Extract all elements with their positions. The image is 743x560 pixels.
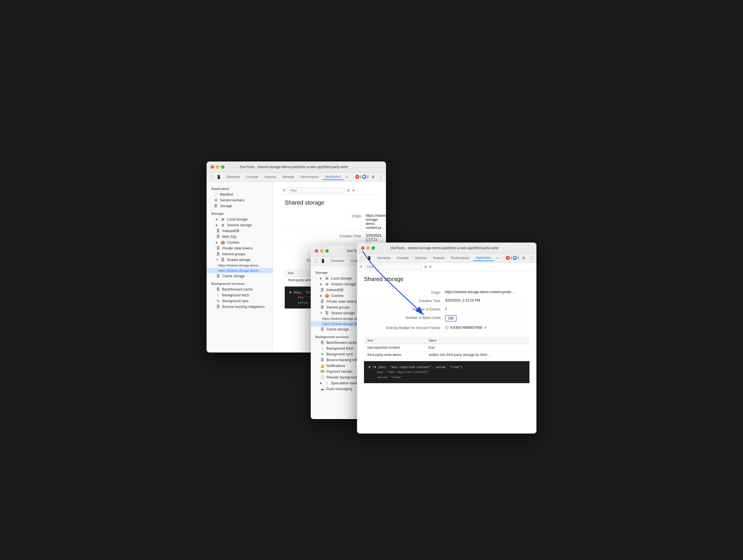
tab-application-back[interactable]: Application <box>322 174 344 180</box>
sidebar-bf-cache-back[interactable]: 🗄 Back/forward cache <box>207 287 273 292</box>
sidebar-indexed-db-back[interactable]: 🗄 IndexedDB <box>207 228 273 234</box>
tab-elements-back[interactable]: Elements <box>224 174 243 180</box>
bf-cache-label-mid: Back/forward cache <box>326 341 357 345</box>
tab-network-front[interactable]: Network <box>430 255 448 261</box>
tab-elements-front[interactable]: Elements <box>375 255 393 261</box>
sidebar-bounce-back[interactable]: 🗄 Bounce tracking mitigations <box>207 304 273 310</box>
tab-sources-front[interactable]: Sources <box>412 255 429 261</box>
more-options-icon-front[interactable]: ⋮ <box>528 255 534 261</box>
entropy-refresh-front[interactable]: ↺ <box>484 326 487 330</box>
sidebar-bg-sync-back[interactable]: ↻ Background sync <box>207 298 273 304</box>
sidebar-private-state-back[interactable]: 🗄 Private state tokens <box>207 246 273 251</box>
sidebar-cache-storage-back[interactable]: 🗄 Cache storage <box>207 273 273 279</box>
filter-bar-front: ↺ ⊘ ✕ <box>357 263 536 271</box>
web-sql-icon: 🗄 <box>216 235 220 239</box>
more-tabs-front[interactable]: » <box>495 255 500 261</box>
toolbar-front: ⬚ 📱 Elements Console Sources Network Per… <box>357 254 536 263</box>
bytes-label-front: Number of Bytes Used <box>364 315 445 320</box>
tab-performance-back[interactable]: Performance <box>298 174 322 180</box>
error-count-front: ✕ <box>506 256 510 260</box>
device-icon[interactable]: 📱 <box>216 174 222 180</box>
origin-value-back: https://shared-storage-demo-content-pr… <box>366 214 386 230</box>
json-value-line-front: value: "true" <box>368 375 525 380</box>
bytes-value-container: 196 <box>445 315 456 321</box>
entropy-value-front: ⓘ 8.830074998557688 ↺ <box>445 325 487 330</box>
refresh-btn-front[interactable]: ↺ <box>359 264 362 269</box>
table-row-front-1[interactable]: has-reported-content true <box>364 344 529 351</box>
sidebar-interest-back[interactable]: 🗄 Interest groups <box>207 251 273 257</box>
expand-arrow-session: ▶ <box>216 223 219 227</box>
settings-icon-front[interactable]: ⚙ <box>521 255 527 261</box>
inspect-icon[interactable]: ⬚ <box>209 174 215 180</box>
payment-label-mid: Payment handler <box>326 370 353 374</box>
filter-clear-front[interactable]: ⊘ <box>424 264 427 269</box>
main-content-front: ↺ ⊘ ✕ Shared storage Origin https://shar… <box>357 263 536 434</box>
origin-row-back: Origin https://shared-storage-demo-conte… <box>285 212 375 232</box>
sidebar-bg-fetch-back[interactable]: ↕ Background fetch <box>207 292 273 298</box>
filter-input-back[interactable] <box>287 187 345 193</box>
device-icon-mid[interactable]: 📱 <box>320 258 326 264</box>
sidebar-web-sql-back[interactable]: 🗄 Web SQL <box>207 234 273 240</box>
tab-network-back[interactable]: Network <box>280 174 297 180</box>
push-label-mid: Push messaging <box>326 387 352 391</box>
tab-elements-mid[interactable]: Elements <box>328 258 347 264</box>
tab-sources-back[interactable]: Sources <box>262 174 279 180</box>
inspect-icon-front[interactable]: ⬚ <box>359 255 365 261</box>
window-title-back: DevTools - shared-storage-demo-publisher… <box>207 165 382 169</box>
private-state-label-mid: Private state tokens <box>326 300 357 304</box>
filter-input-front[interactable] <box>364 264 422 270</box>
toolbar-tabs-front: Elements Console Sources Network Perform… <box>375 255 500 261</box>
device-icon-front[interactable]: 📱 <box>366 255 372 261</box>
tab-application-front[interactable]: Application <box>473 255 494 261</box>
indexed-db-label-mid: IndexedDB <box>326 288 343 292</box>
local-storage-label: Local storage <box>227 217 248 221</box>
session-storage-label: Session storage <box>227 223 252 227</box>
msg-num-back: 2 <box>367 175 368 179</box>
more-options-icon-back[interactable]: ⋮ <box>378 174 384 180</box>
bg-fetch-icon-mid: ↕ <box>320 346 324 350</box>
sidebar-storage-back[interactable]: 🗄 Storage <box>207 203 273 209</box>
devtools-body-front: ↺ ⊘ ✕ Shared storage Origin https://shar… <box>357 263 536 434</box>
table-row-front-2[interactable]: third-party-write-demo written into thir… <box>364 351 529 358</box>
filter-clear-back[interactable]: ⊘ <box>347 188 350 192</box>
sidebar-service-workers[interactable]: ⚙ Service workers <box>207 198 273 203</box>
filter-close-front[interactable]: ✕ <box>429 264 432 269</box>
application-section-label: Application <box>207 184 273 191</box>
sidebar-shared-url2-back[interactable]: https://shared-storage-demo-… <box>207 268 273 273</box>
sidebar-cookies-back[interactable]: ▶ 🍪 Cookies <box>207 240 273 246</box>
cache-storage-icon-mid: 🗄 <box>320 327 324 331</box>
sidebar-local-storage-back[interactable]: ▶ ⊞ Local storage <box>207 216 273 222</box>
error-num-back: 1 <box>360 175 362 179</box>
settings-icon-back[interactable]: ⚙ <box>370 174 376 180</box>
tab-console-back[interactable]: Console <box>244 174 261 180</box>
private-state-icon: 🗄 <box>216 246 220 250</box>
key-cell-front-2: third-party-write-demo <box>364 351 425 358</box>
interest-icon-mid: 🗄 <box>320 305 324 309</box>
entries-label-front: Number of Entries <box>364 307 445 311</box>
json-key-front: ▼ {key: "has-reported-content", value: "… <box>375 365 463 369</box>
shared-storage-label-back: Shared storage <box>227 258 251 262</box>
entries-value-front: 2 <box>445 307 447 311</box>
sidebar-session-storage-back[interactable]: ▶ ⊞ Session storage <box>207 222 273 228</box>
notifications-icon-mid: 🔔 <box>320 364 324 368</box>
inspect-icon-mid[interactable]: ⬚ <box>313 258 319 264</box>
json-key-line-front: key: "has-reported-content" <box>368 370 525 375</box>
sidebar-manifest[interactable]: 📄 Manifest <box>207 191 273 198</box>
tab-console-front[interactable]: Console <box>394 255 411 261</box>
indexed-db-icon: 🗄 <box>216 229 220 233</box>
more-tabs-back[interactable]: » <box>344 174 350 180</box>
refresh-btn-back[interactable]: ↺ <box>282 188 286 192</box>
tab-performance-front[interactable]: Performance <box>448 255 472 261</box>
error-badge-back: ✕ 1 💬 2 <box>355 175 368 179</box>
error-badge-front: ✕ 1 💬 2 <box>506 256 519 260</box>
expand-arrow-shared-mid: ▼ <box>320 311 323 314</box>
indexed-db-label: IndexedDB <box>222 229 239 233</box>
sidebar-shared-url1-back[interactable]: https://shared-storage-demo-… <box>207 263 273 268</box>
filter-bar-back: ↺ ⊘ ✕ <box>280 186 379 195</box>
expand-arrow-local: ▶ <box>216 218 219 221</box>
toolbar-right-back: ✕ 1 💬 2 ⚙ ⋮ <box>355 174 384 180</box>
bf-cache-icon-mid: 🗄 <box>320 341 324 345</box>
filter-close-back[interactable]: ✕ <box>352 188 355 192</box>
value-header-front: Value <box>425 337 529 344</box>
sidebar-shared-storage-back[interactable]: ▼ 🗄 Shared storage <box>207 257 273 263</box>
